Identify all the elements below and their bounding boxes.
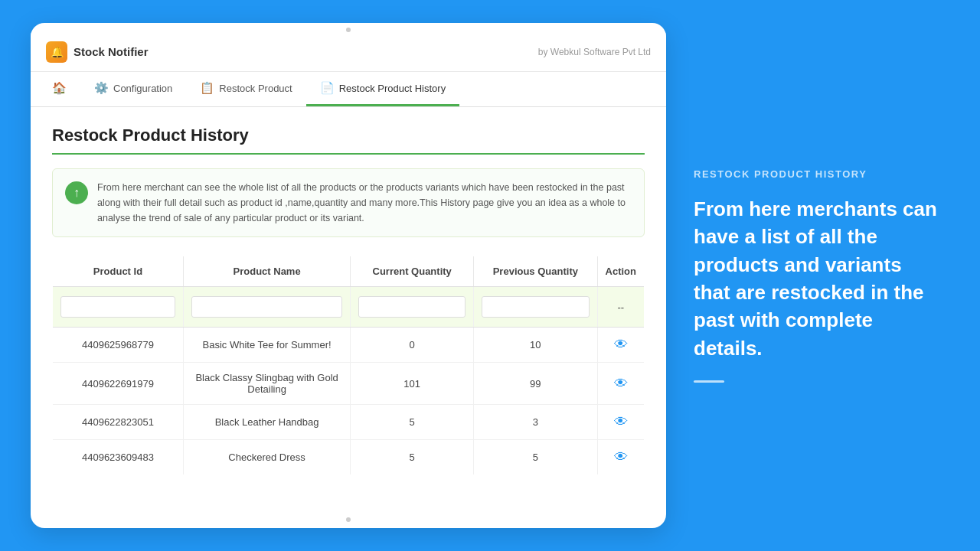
view-icon[interactable]: 👁: [614, 414, 628, 429]
filter-product-id[interactable]: [53, 287, 184, 328]
tab-restock-product-label: Restock Product: [219, 83, 292, 94]
filter-product-id-input[interactable]: [60, 296, 175, 318]
brand-area: 🔔 Stock Notifier: [46, 41, 149, 63]
filter-current-qty-input[interactable]: [358, 296, 466, 318]
cell-product-id: 4409623609483: [53, 440, 184, 475]
cell-current-qty: 0: [351, 328, 474, 363]
cell-product-name: Basic White Tee for Summer!: [183, 328, 350, 363]
tab-restock-product-history-label: Restock Product History: [339, 83, 446, 94]
card: 🔔 Stock Notifier by Webkul Software Pvt …: [31, 23, 666, 528]
tab-configuration[interactable]: ⚙️ Configuration: [80, 72, 186, 106]
cell-current-qty: 5: [351, 440, 474, 475]
cell-previous-qty: 99: [474, 363, 597, 405]
brand-name: Stock Notifier: [74, 45, 149, 58]
info-icon: ↑: [65, 181, 88, 204]
table-row: 4409622823051 Black Leather Handbag 5 3 …: [53, 405, 645, 440]
col-previous-qty: Previous Quantity: [474, 256, 597, 287]
filter-previous-qty-input[interactable]: [482, 296, 589, 318]
right-panel-divider: [694, 380, 724, 383]
col-action: Action: [597, 256, 644, 287]
scroll-dots: [31, 23, 666, 32]
view-icon[interactable]: 👁: [614, 337, 628, 352]
brand-icon: 🔔: [46, 41, 67, 63]
cell-action[interactable]: 👁: [597, 363, 644, 405]
tab-restock-product-history[interactable]: 📄 Restock Product History: [306, 72, 459, 106]
view-icon[interactable]: 👁: [614, 376, 628, 391]
cell-previous-qty: 10: [474, 328, 597, 363]
main-container: 🔔 Stock Notifier by Webkul Software Pvt …: [0, 0, 980, 551]
by-webkul: by Webkul Software Pvt Ltd: [538, 47, 651, 57]
tab-home[interactable]: 🏠: [38, 72, 80, 106]
right-panel-label: RESTOCK PRODUCT HISTORY: [694, 168, 937, 180]
filter-previous-qty[interactable]: [474, 287, 597, 328]
right-panel-description: From here merchants can have a list of a…: [694, 195, 937, 362]
col-product-name: Product Name: [183, 256, 350, 287]
data-table: Product Id Product Name Current Quantity…: [52, 256, 645, 475]
tab-restock-product[interactable]: 📋 Restock Product: [186, 72, 305, 106]
col-current-qty: Current Quantity: [351, 256, 474, 287]
filter-row: --: [53, 287, 645, 328]
info-text: From here merchant can see the whole lis…: [97, 180, 632, 226]
table-row: 4409625968779 Basic White Tee for Summer…: [53, 328, 645, 363]
title-underline: [52, 153, 645, 155]
cell-previous-qty: 3: [474, 405, 597, 440]
page-title: Restock Product History: [52, 126, 645, 145]
cell-action[interactable]: 👁: [597, 328, 644, 363]
history-icon: 📄: [320, 81, 335, 95]
tab-configuration-label: Configuration: [113, 83, 172, 94]
cell-action[interactable]: 👁: [597, 440, 644, 475]
cell-current-qty: 5: [351, 405, 474, 440]
cell-action[interactable]: 👁: [597, 405, 644, 440]
bottom-dot: [346, 517, 351, 522]
restock-icon: 📋: [200, 81, 214, 95]
table-row: 4409623609483 Checkered Dress 5 5 👁: [53, 440, 645, 475]
cell-previous-qty: 5: [474, 440, 597, 475]
home-icon: 🏠: [52, 81, 67, 95]
card-bottom: [31, 511, 666, 528]
table-header-row: Product Id Product Name Current Quantity…: [53, 256, 645, 287]
filter-current-qty[interactable]: [351, 287, 474, 328]
config-icon: ⚙️: [94, 81, 109, 95]
cell-product-id: 4409625968779: [53, 328, 184, 363]
col-product-id: Product Id: [53, 256, 184, 287]
right-panel: RESTOCK PRODUCT HISTORY From here mercha…: [666, 138, 965, 413]
content-area: Restock Product History ↑ From here merc…: [31, 107, 666, 511]
view-icon[interactable]: 👁: [614, 449, 628, 465]
topbar: 🔔 Stock Notifier by Webkul Software Pvt …: [31, 32, 666, 72]
cell-product-id: 4409622691979: [53, 363, 184, 405]
info-box: ↑ From here merchant can see the whole l…: [52, 168, 645, 237]
cell-product-id: 4409622823051: [53, 405, 184, 440]
cell-product-name: Black Leather Handbag: [183, 405, 350, 440]
filter-action-dash: --: [597, 287, 644, 328]
cell-product-name: Checkered Dress: [183, 440, 350, 475]
cell-product-name: Black Classy Slingbag with Gold Detailin…: [183, 363, 350, 405]
nav-tabs: 🏠 ⚙️ Configuration 📋 Restock Product 📄 R…: [31, 72, 666, 107]
cell-current-qty: 101: [351, 363, 474, 405]
filter-product-name-input[interactable]: [191, 296, 342, 318]
table-row: 4409622691979 Black Classy Slingbag with…: [53, 363, 645, 405]
filter-product-name[interactable]: [183, 287, 350, 328]
